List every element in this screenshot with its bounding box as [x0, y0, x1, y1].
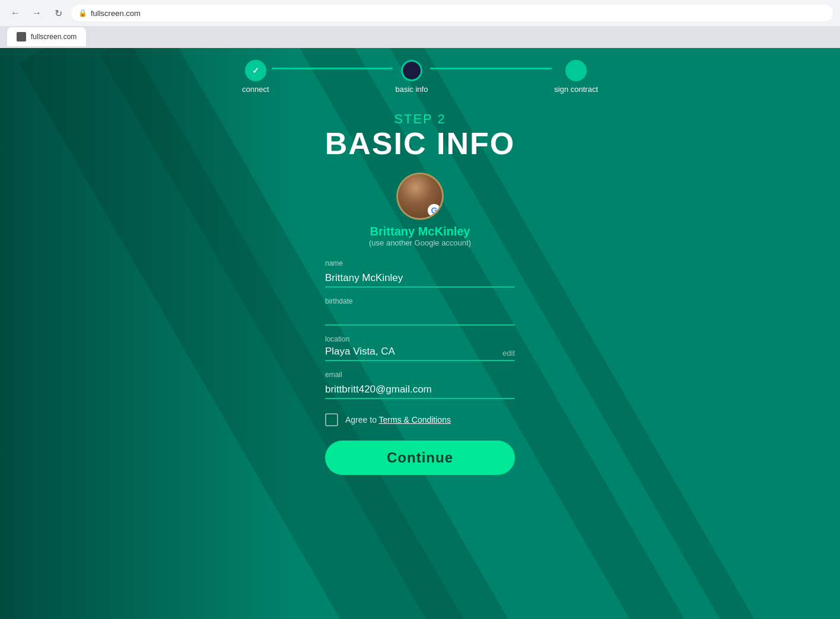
step-sign-contract-circle — [565, 60, 587, 81]
profile-name: Brittany McKinley — [370, 225, 470, 238]
step-basic-info: basic info — [395, 60, 428, 94]
tab-label: fullscreen.com — [31, 33, 77, 41]
birthdate-field-group: birthdate — [325, 297, 515, 326]
back-button[interactable]: ← — [7, 5, 24, 21]
agree-prefix: Agree to — [345, 415, 379, 425]
terms-checkbox[interactable] — [325, 413, 338, 426]
step-title: BASIC INFO — [325, 127, 515, 161]
google-badge: G — [428, 204, 441, 217]
form-fields: name birthdate location Playa Vista, CA … — [325, 259, 515, 441]
main-content: ✓ connect basic info sign contract STEP … — [0, 48, 840, 619]
browser-toolbar: ← → ↻ 🔒 — [0, 0, 840, 26]
terms-checkbox-row: Agree to Terms & Conditions — [325, 413, 515, 426]
location-value: Playa Vista, CA — [325, 346, 395, 358]
terms-label: Agree to Terms & Conditions — [345, 415, 451, 425]
tab-favicon — [17, 32, 26, 42]
lock-icon: 🔒 — [78, 9, 87, 17]
step-line-1 — [272, 68, 393, 69]
form-container: ✓ connect basic info sign contract STEP … — [0, 48, 840, 475]
email-field-group: email — [325, 371, 515, 399]
name-label: name — [325, 259, 515, 267]
profile-avatar: G — [396, 173, 444, 220]
address-bar: 🔒 — [71, 5, 833, 21]
terms-conditions-link[interactable]: Terms & Conditions — [379, 415, 451, 425]
name-input[interactable] — [325, 270, 515, 288]
continue-button[interactable]: Continue — [325, 441, 515, 475]
refresh-button[interactable]: ↻ — [50, 5, 66, 21]
step-sign-contract-label: sign contract — [554, 85, 598, 94]
step-sign-contract: sign contract — [554, 60, 598, 94]
step-number: STEP 2 — [325, 111, 515, 127]
forward-button[interactable]: → — [28, 5, 45, 21]
step-heading: STEP 2 BASIC INFO — [325, 111, 515, 161]
step-basic-info-circle — [401, 60, 422, 81]
tab-bar: fullscreen.com — [0, 26, 840, 47]
profile-sub: (use another Google account) — [369, 238, 471, 247]
email-label: email — [325, 371, 515, 379]
step-connect: ✓ connect — [242, 60, 269, 94]
step-line-2 — [430, 68, 552, 69]
birthdate-label: birthdate — [325, 297, 515, 305]
browser-chrome: ← → ↻ 🔒 fullscreen.com — [0, 0, 840, 48]
location-row: Playa Vista, CA edit — [325, 346, 515, 361]
location-label: location — [325, 335, 515, 343]
location-edit-link[interactable]: edit — [502, 349, 515, 358]
profile-section: G Brittany McKinley (use another Google … — [369, 173, 471, 247]
location-field-group: location Playa Vista, CA edit — [325, 335, 515, 361]
step-basic-info-label: basic info — [395, 85, 428, 94]
birthdate-input[interactable] — [325, 308, 515, 326]
url-input[interactable] — [91, 9, 826, 18]
progress-bar: ✓ connect basic info sign contract — [242, 60, 598, 94]
email-input[interactable] — [325, 381, 515, 399]
name-field-group: name — [325, 259, 515, 288]
step-connect-circle: ✓ — [245, 60, 266, 81]
step-connect-label: connect — [242, 85, 269, 94]
active-tab[interactable]: fullscreen.com — [7, 27, 86, 46]
